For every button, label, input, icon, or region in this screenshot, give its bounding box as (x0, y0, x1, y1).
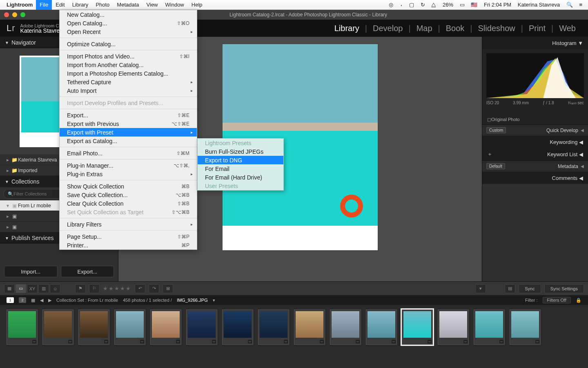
menu-item[interactable]: Page Setup...⇧⌘P (60, 232, 197, 241)
tab-slideshow[interactable]: Slideshow (472, 24, 521, 33)
rotate-left-icon[interactable]: ↶ (135, 284, 145, 293)
rating-stars[interactable]: ★★★★★ (103, 285, 131, 292)
battery-icon[interactable]: ▭ (457, 2, 467, 8)
next-icon[interactable]: ▶ (48, 298, 51, 303)
filmstrip-thumb[interactable]: ▫▫ (7, 310, 38, 345)
metadata-preset[interactable]: Default (486, 163, 505, 169)
loupe-view-icon[interactable]: ▭ (16, 284, 26, 293)
filmstrip-thumb[interactable]: ▫▫ (258, 310, 289, 345)
menu-item[interactable]: Export as Catalog... (60, 137, 197, 145)
quickdev-preset[interactable]: Custom (486, 127, 506, 133)
tab-web[interactable]: Web (553, 24, 581, 33)
menu-item[interactable]: Open Catalog...⇧⌘O (60, 19, 197, 27)
close-icon[interactable] (4, 12, 9, 17)
menu-item[interactable]: Import Photos and Video...⇧⌘I (60, 52, 197, 61)
grid-icon[interactable]: ▦ (31, 298, 35, 303)
screen-2-icon[interactable]: 2 (19, 297, 26, 303)
minimize-icon[interactable] (12, 12, 17, 17)
menu-file[interactable]: File (36, 0, 52, 10)
menu-item[interactable]: Plug-in Extras (60, 170, 197, 178)
filename-label[interactable]: IMG_9266.JPG (177, 298, 208, 303)
filmstrip-thumb[interactable]: ▫▫ (42, 310, 74, 345)
timemachine-icon[interactable]: ↻ (418, 2, 428, 8)
spotlight-icon[interactable]: 🔍 (564, 2, 575, 8)
tab-print[interactable]: Print (523, 24, 551, 33)
app-name[interactable]: Lightroom (3, 2, 36, 8)
menu-library[interactable]: Library (69, 0, 92, 10)
username[interactable]: Katerina Stavreva (515, 2, 562, 8)
submenu-item[interactable]: For Email (198, 164, 283, 173)
menu-window[interactable]: Window (162, 0, 188, 10)
menu-item[interactable]: Library Filters (60, 220, 197, 229)
menu-item[interactable]: Clear Quick Collection⇧⌘B (60, 199, 197, 208)
filmstrip-thumb[interactable]: ▫▫ (114, 310, 145, 345)
menu-metadata[interactable]: Metadata (113, 0, 143, 10)
tab-map[interactable]: Map (411, 24, 438, 33)
cc-icon[interactable]: ◎ (386, 2, 396, 8)
menu-item[interactable]: Auto Import (60, 86, 197, 95)
original-photo-row[interactable]: ▢ Original Photo (482, 114, 588, 124)
menu-item[interactable]: Export...⇧⌘E (60, 111, 197, 119)
clock[interactable]: Fri 2:04 PM (481, 2, 514, 8)
menu-help[interactable]: Help (188, 0, 206, 10)
keywording-header[interactable]: Keywording ◀ (482, 136, 588, 148)
filmstrip[interactable]: ▫▫▫▫▫▫▫▫▫▫▫▫▫▫▫▫▫▫▫▫▫▫▫▫▫▫▫▫▫▫ (0, 305, 588, 349)
wifi-icon[interactable]: ⧋ (429, 2, 439, 8)
filmstrip-thumb[interactable]: ▫▫ (78, 310, 109, 345)
airplay-icon[interactable]: ▢ (407, 2, 416, 8)
menu-item[interactable]: Open Recent (60, 27, 197, 36)
flag-pick-icon[interactable]: ⚑ (75, 284, 86, 293)
submenu-item[interactable]: For Email (Hard Drive) (198, 173, 283, 182)
sync-settings-button[interactable]: Sync Settings (544, 284, 584, 293)
sync-metadata-icon[interactable]: ▤ (505, 284, 515, 293)
menu-item[interactable]: Optimize Catalog... (60, 40, 197, 48)
menu-item[interactable]: Email Photo...⇧⌘M (60, 149, 197, 157)
filmstrip-thumb[interactable]: ▫▫ (474, 310, 505, 345)
comments-header[interactable]: Comments ◀ (482, 172, 588, 184)
tab-book[interactable]: Book (440, 24, 470, 33)
tab-develop[interactable]: Develop (367, 24, 408, 33)
histogram-header[interactable]: Histogram ▼ (482, 37, 588, 49)
rotate-right-icon[interactable]: ↷ (149, 284, 159, 293)
export-button[interactable]: Export... (61, 266, 114, 277)
filmstrip-thumb[interactable]: ▫▫ (330, 310, 361, 345)
screen-1-icon[interactable]: 1 (7, 297, 14, 303)
compare-view-icon[interactable]: XY (27, 284, 38, 293)
flag-icon[interactable]: 🇺🇸 (468, 2, 480, 8)
menu-icon[interactable]: ≡ (577, 2, 585, 8)
menu-item[interactable]: New Catalog... (60, 10, 197, 19)
tab-library[interactable]: Library (329, 24, 365, 33)
menu-edit[interactable]: Edit (52, 0, 68, 10)
import-button[interactable]: Import... (4, 266, 58, 277)
flag-reject-icon[interactable]: ⚐ (89, 284, 100, 293)
filmstrip-thumb[interactable]: ▫▫ (438, 310, 469, 345)
menu-item[interactable]: Import a Photoshop Elements Catalog... (60, 69, 197, 78)
menu-view[interactable]: View (143, 0, 162, 10)
filmstrip-thumb[interactable]: ▫▫ (150, 310, 181, 345)
survey-view-icon[interactable]: ▥ (38, 284, 49, 293)
filmstrip-thumb[interactable]: ▫▫ (294, 310, 325, 345)
keyword-list-header[interactable]: ＋Keyword List ◀ (482, 148, 588, 160)
menu-item[interactable]: Export with Previous⌥⇧⌘E (60, 119, 197, 128)
dropbox-icon[interactable]: ⬪ (397, 2, 405, 8)
filename-chevron-icon[interactable]: ▾ (213, 298, 215, 303)
menu-item[interactable]: Tethered Capture (60, 78, 197, 86)
filmstrip-thumb[interactable]: ▫▫ (402, 310, 433, 345)
filter-value[interactable]: Filters Off (543, 297, 571, 303)
menu-item[interactable]: Save Quick Collection...⌥⌘B (60, 191, 197, 199)
filmstrip-thumb[interactable]: ▫▫ (510, 310, 541, 345)
filmstrip-thumb[interactable]: ▫▫ (366, 310, 397, 345)
grid-view-icon[interactable]: ▦ (4, 284, 15, 293)
menu-item[interactable]: Export with Preset (60, 128, 197, 137)
quick-develop-header[interactable]: Custom Quick Develop◀ (482, 124, 588, 136)
metadata-header[interactable]: Default Metadata◀ (482, 160, 588, 172)
menu-photo[interactable]: Photo (92, 0, 113, 10)
menu-item[interactable]: Printer...⌘P (60, 241, 197, 249)
sync-button[interactable]: Sync (519, 284, 541, 293)
submenu-item[interactable]: Burn Full-Sized JPEGs (198, 147, 283, 156)
menu-item[interactable]: Plug-in Manager...⌥⇧⌘, (60, 161, 197, 170)
toolbar-chevron-icon[interactable]: ▾ (475, 284, 486, 293)
people-view-icon[interactable]: ☺ (50, 284, 60, 293)
filter-lock-icon[interactable]: 🔒 (576, 298, 581, 303)
filmstrip-thumb[interactable]: ▫▫ (186, 310, 217, 345)
